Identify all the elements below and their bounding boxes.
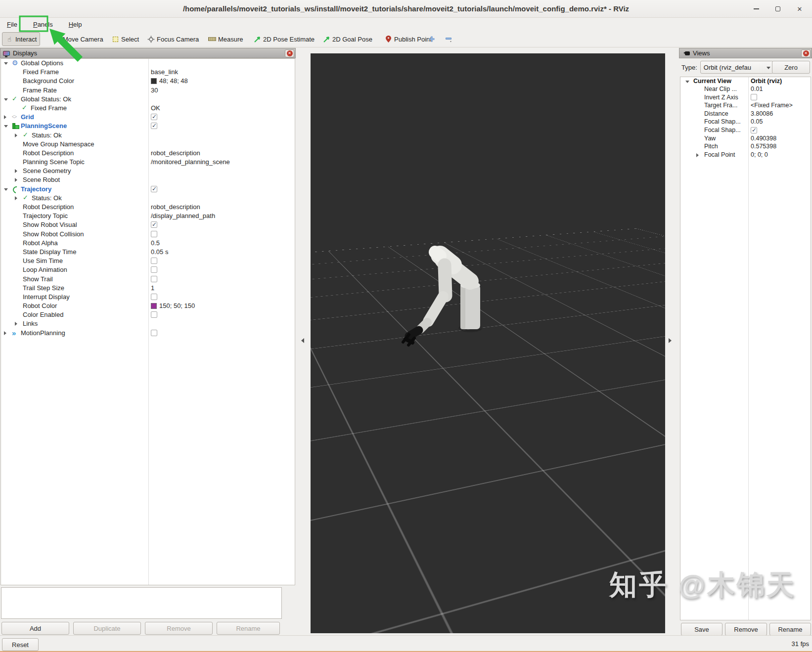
property-value[interactable]: OK — [151, 104, 160, 112]
rename-display-button[interactable]: Rename — [217, 622, 280, 635]
chevron-down-icon[interactable] — [4, 125, 8, 130]
tool-select[interactable]: Select — [108, 32, 142, 46]
remove-view-button[interactable]: Remove — [725, 623, 767, 636]
property-value[interactable]: 30 — [151, 87, 158, 94]
property-row[interactable]: Planning Scene Topic/monitored_planning_… — [1, 158, 295, 167]
tool-measure[interactable]: Measure — [205, 32, 247, 46]
property-row[interactable]: Global Options — [1, 59, 295, 68]
property-row[interactable]: Loop Animation — [1, 265, 295, 274]
minimize-button[interactable] — [751, 3, 762, 14]
property-row[interactable]: MotionPlanning — [1, 329, 295, 338]
add-tool-button[interactable] — [424, 32, 439, 46]
chevron-right-icon[interactable] — [15, 169, 19, 173]
zero-button[interactable]: Zero — [772, 61, 810, 74]
property-row[interactable]: Trajectory Topic/display_planned_path — [1, 212, 295, 220]
property-row[interactable]: Current ViewOrbit (rviz) — [680, 77, 811, 86]
property-value[interactable]: 0.05 — [751, 118, 763, 125]
checkbox-unchecked[interactable] — [151, 311, 157, 318]
property-value[interactable]: 3.80086 — [751, 110, 773, 117]
property-row[interactable]: Status: Ok — [1, 131, 295, 140]
property-value[interactable]: robot_description — [151, 149, 200, 157]
property-row[interactable]: Interrupt Display — [1, 293, 295, 302]
tool-2d-pose-estimate[interactable]: 2D Pose Estimate — [250, 32, 318, 46]
property-value[interactable]: 150; 50; 150 — [159, 302, 195, 309]
rename-view-button[interactable]: Rename — [769, 623, 811, 636]
property-row[interactable]: Distance3.80086 — [680, 110, 811, 118]
displays-panel-titlebar[interactable]: Displays ✕ — [0, 48, 296, 58]
property-row[interactable]: Grid — [1, 113, 295, 122]
property-row[interactable]: Focal Shap...0.05 — [680, 118, 811, 127]
property-value[interactable]: 0.490398 — [751, 135, 776, 142]
checkbox-checked[interactable] — [151, 123, 157, 129]
property-row[interactable]: Pitch0.575398 — [680, 143, 811, 151]
property-value[interactable]: 0.05 s — [151, 248, 168, 256]
checkbox-unchecked[interactable] — [751, 94, 757, 100]
chevron-down-icon[interactable] — [4, 98, 8, 103]
property-row[interactable]: Background Color48; 48; 48 — [1, 77, 295, 86]
render-viewport-3d[interactable] — [311, 53, 665, 633]
displays-close-button[interactable]: ✕ — [285, 49, 294, 57]
property-row[interactable]: Invert Z Axis — [680, 93, 811, 102]
view-type-combo[interactable]: Orbit (rviz_defau — [700, 61, 773, 74]
duplicate-display-button[interactable]: Duplicate — [73, 622, 141, 635]
collapse-right-panel-arrow[interactable] — [669, 338, 674, 343]
property-row[interactable]: Focal Shap... — [680, 127, 811, 135]
property-row[interactable]: Trajectory — [1, 185, 295, 194]
property-row[interactable]: Links — [1, 319, 295, 328]
checkbox-unchecked[interactable] — [151, 330, 157, 336]
chevron-right-icon[interactable] — [15, 133, 19, 137]
chevron-down-icon[interactable] — [4, 188, 8, 193]
property-value[interactable]: base_link — [151, 68, 178, 76]
save-view-button[interactable]: Save — [681, 623, 722, 636]
checkbox-unchecked[interactable] — [151, 294, 157, 300]
views-property-tree[interactable]: Current ViewOrbit (rviz)Near Clip ...0.0… — [680, 77, 811, 620]
property-value[interactable]: robot_description — [151, 203, 200, 211]
displays-property-tree[interactable]: Global OptionsFixed Framebase_linkBackgr… — [0, 58, 295, 585]
views-panel-titlebar[interactable]: Views ✕ — [679, 48, 812, 58]
property-value[interactable]: 1 — [151, 284, 154, 292]
property-row[interactable]: Color Enabled — [1, 310, 295, 319]
checkbox-checked[interactable] — [751, 127, 757, 133]
property-row[interactable]: Move Group Namespace — [1, 140, 295, 149]
chevron-right-icon[interactable] — [4, 331, 8, 335]
reset-button[interactable]: Reset — [2, 638, 39, 651]
property-value[interactable]: 0.575398 — [751, 143, 776, 150]
property-row[interactable]: Fixed FrameOK — [1, 104, 295, 113]
property-value[interactable]: <Fixed Frame> — [751, 102, 793, 109]
checkbox-unchecked[interactable] — [151, 231, 157, 237]
checkbox-checked[interactable] — [151, 186, 157, 192]
property-value[interactable]: /monitored_planning_scene — [151, 158, 230, 166]
property-row[interactable]: Target Fra...<Fixed Frame> — [680, 102, 811, 110]
property-row[interactable]: State Display Time0.05 s — [1, 248, 295, 257]
property-row[interactable]: Focal Point0; 0; 0 — [680, 151, 811, 159]
collapse-left-panel-arrow[interactable] — [299, 338, 304, 343]
checkbox-unchecked[interactable] — [151, 276, 157, 282]
property-row[interactable]: Trail Step Size1 — [1, 284, 295, 293]
chevron-down-icon[interactable] — [4, 62, 8, 67]
tool-2d-goal-pose[interactable]: 2D Goal Pose — [319, 32, 376, 46]
property-value[interactable]: 48; 48; 48 — [159, 77, 188, 85]
property-row[interactable]: Fixed Framebase_link — [1, 68, 295, 77]
chevron-right-icon[interactable] — [15, 178, 19, 182]
close-button[interactable]: ✕ — [794, 3, 805, 14]
property-row[interactable]: Global Status: Ok — [1, 95, 295, 104]
property-row[interactable]: Robot Descriptionrobot_description — [1, 149, 295, 158]
property-row[interactable]: Near Clip ...0.01 — [680, 86, 811, 94]
property-row[interactable]: Status: Ok — [1, 194, 295, 203]
menu-file[interactable]: File — [5, 20, 19, 29]
property-value[interactable]: Orbit (rviz) — [751, 78, 782, 85]
chevron-right-icon[interactable] — [15, 322, 19, 326]
chevron-right-icon[interactable] — [696, 153, 701, 157]
chevron-right-icon[interactable] — [15, 196, 19, 200]
property-row[interactable]: Show Robot Collision — [1, 230, 295, 239]
remove-display-button[interactable]: Remove — [145, 622, 213, 635]
checkbox-unchecked[interactable] — [151, 258, 157, 264]
menu-help[interactable]: Help — [67, 20, 84, 29]
property-value[interactable]: 0.01 — [751, 86, 763, 92]
add-display-button[interactable]: Add — [1, 622, 69, 635]
property-row[interactable]: PlanningScene — [1, 122, 295, 130]
checkbox-checked[interactable] — [151, 114, 157, 120]
checkbox-checked[interactable] — [151, 221, 157, 228]
property-row[interactable]: Scene Geometry — [1, 167, 295, 175]
property-value[interactable]: 0.5 — [151, 239, 160, 247]
